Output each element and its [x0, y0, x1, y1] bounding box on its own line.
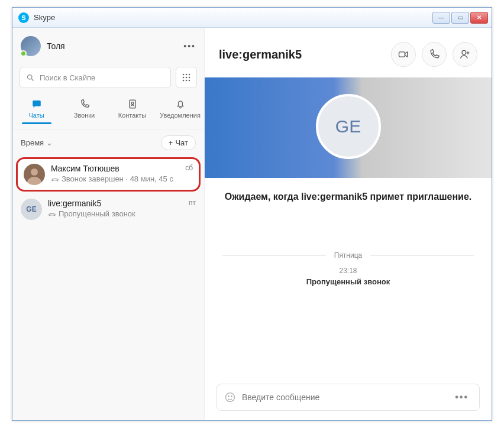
minimize-button[interactable]: — — [432, 12, 450, 24]
skype-icon: S — [18, 12, 29, 23]
bell-icon — [175, 99, 186, 109]
dialpad-button[interactable] — [176, 67, 197, 88]
svg-point-17 — [228, 396, 229, 397]
search-input[interactable]: Поиск в Скайпе — [20, 67, 171, 88]
tab-notifications[interactable]: Уведомления — [156, 99, 204, 129]
app-window: S Skype — ▭ ✕ Толя ••• Поиск в Скайпе — [12, 7, 492, 421]
tab-calls[interactable]: Звонки — [60, 99, 108, 129]
svg-point-6 — [186, 77, 188, 79]
avatar: GE — [21, 199, 42, 220]
handset-icon — [51, 176, 59, 182]
tab-contacts[interactable]: Контакты — [108, 99, 156, 129]
conversation-list: Максим Тютюшев сб Звонок завершен · 48 м… — [12, 156, 204, 420]
svg-point-10 — [189, 80, 190, 82]
search-placeholder: Поиск в Скайпе — [40, 73, 95, 82]
maximize-button[interactable]: ▭ — [451, 12, 469, 24]
missed-call-text: Пропущенный звонок — [205, 277, 492, 286]
emoji-icon[interactable] — [224, 391, 236, 403]
phone-icon — [428, 48, 440, 60]
chat-icon — [31, 99, 43, 109]
contacts-icon — [127, 99, 138, 109]
svg-point-7 — [189, 77, 190, 79]
invite-pending-message: Ожидаем, когда live:germanik5 примет при… — [205, 178, 492, 216]
sort-label: Время — [21, 138, 44, 147]
svg-point-9 — [186, 80, 188, 82]
conversation-subtitle: Пропущенный звонок — [59, 209, 135, 218]
contact-avatar: GE — [316, 94, 381, 159]
conversation-date: сб — [185, 164, 193, 173]
message-composer[interactable]: ••• — [217, 384, 480, 411]
presence-dot — [20, 50, 27, 57]
window-title: Skype — [34, 13, 55, 22]
video-icon — [398, 48, 409, 60]
svg-point-0 — [28, 74, 33, 79]
profile-banner: GE — [205, 77, 492, 178]
conversation-item[interactable]: GE live:germanik5 пт Пропущенный звонок — [12, 193, 204, 226]
chat-title: live:germanik5 — [219, 48, 302, 61]
handset-icon — [48, 211, 56, 217]
missed-call-entry: 23:18 Пропущенный звонок — [205, 267, 492, 286]
profile-name: Толя — [47, 41, 65, 51]
sort-row[interactable]: Время ⌄ + Чат — [12, 129, 204, 156]
call-time: 23:18 — [205, 267, 492, 275]
svg-point-13 — [131, 102, 134, 105]
day-divider: Пятница — [222, 251, 474, 260]
conversation-date: пт — [189, 199, 196, 208]
conversation-subtitle: Звонок завершен · 48 мин, 45 с — [62, 174, 173, 183]
new-chat-button[interactable]: + Чат — [161, 135, 196, 150]
add-person-icon — [459, 48, 471, 60]
svg-rect-11 — [33, 100, 41, 106]
nav-tabs: Чаты Звонки Контакты Уведомления — [12, 95, 204, 129]
conversation-item[interactable]: Максим Тютюшев сб Звонок завершен · 48 м… — [16, 157, 201, 192]
composer-more-icon[interactable]: ••• — [455, 392, 469, 403]
chat-timeline: Пятница 23:18 Пропущенный звонок — [205, 216, 492, 369]
more-icon[interactable]: ••• — [183, 41, 196, 51]
sidebar: Толя ••• Поиск в Скайпе Чаты — [12, 28, 205, 420]
title-bar: S Skype — ▭ ✕ — [12, 8, 492, 28]
conversation-name: live:germanik5 — [48, 199, 101, 208]
profile-row[interactable]: Толя ••• — [12, 28, 204, 62]
message-input[interactable] — [242, 393, 449, 402]
audio-call-button[interactable] — [422, 42, 447, 67]
video-call-button[interactable] — [391, 42, 416, 67]
svg-point-3 — [186, 74, 188, 76]
chat-panel: live:germanik5 GE Ожидаем, когда live:ge… — [205, 28, 492, 420]
conversation-name: Максим Тютюшев — [51, 164, 119, 173]
close-button[interactable]: ✕ — [470, 12, 488, 24]
avatar — [24, 164, 45, 185]
avatar — [21, 36, 41, 56]
chat-header: live:germanik5 — [205, 28, 492, 77]
dialpad-icon — [182, 73, 191, 82]
chevron-down-icon: ⌄ — [46, 138, 53, 147]
svg-point-16 — [226, 393, 235, 402]
add-person-button[interactable] — [453, 42, 477, 67]
svg-point-15 — [462, 50, 466, 54]
svg-point-2 — [183, 74, 185, 76]
plus-icon: + — [169, 138, 173, 147]
svg-line-1 — [31, 79, 33, 80]
svg-point-4 — [189, 74, 190, 76]
svg-rect-14 — [399, 52, 405, 57]
search-icon — [26, 73, 35, 82]
svg-point-5 — [183, 77, 185, 79]
tab-chats[interactable]: Чаты — [12, 99, 60, 129]
svg-point-8 — [183, 80, 185, 82]
svg-point-18 — [231, 396, 232, 397]
phone-icon — [79, 99, 91, 109]
